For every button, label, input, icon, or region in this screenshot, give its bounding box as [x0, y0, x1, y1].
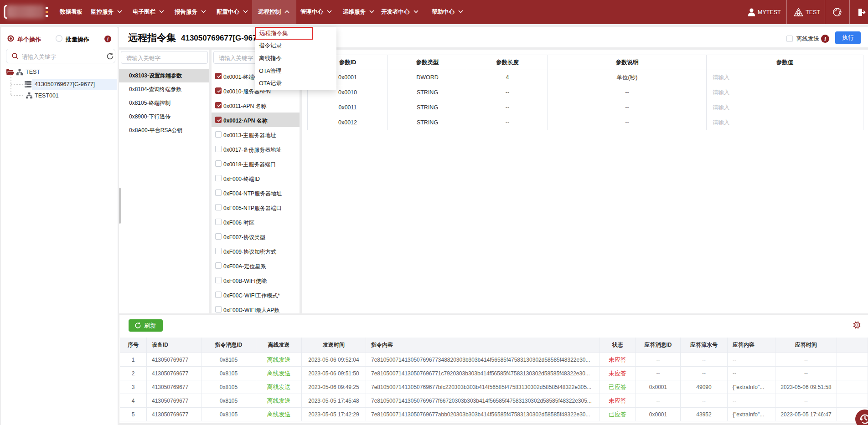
svg-text:i: i	[824, 36, 826, 42]
